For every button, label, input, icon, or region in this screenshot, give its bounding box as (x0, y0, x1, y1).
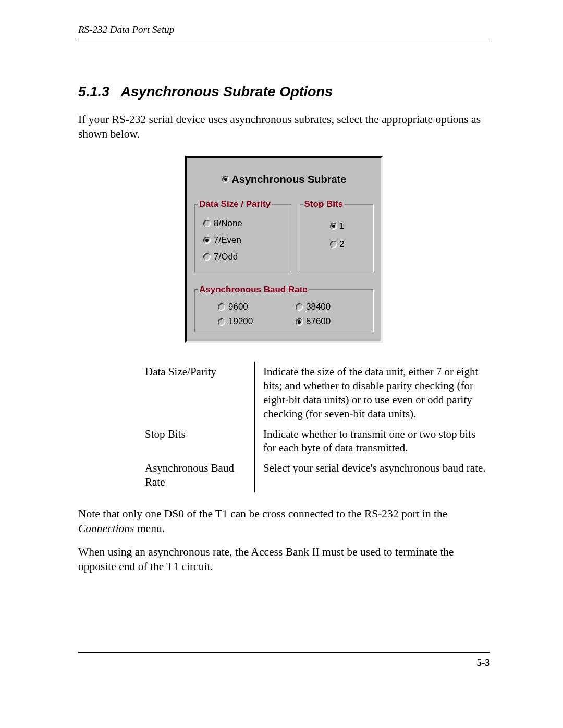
main-option-label: Asynchronous Subrate (231, 174, 346, 185)
option-7-odd[interactable]: 7/Odd (203, 250, 287, 265)
async-subrate-dialog: Asynchronous Subrate Data Size / Parity … (185, 156, 383, 343)
def-term-data-size: Data Size/Parity (145, 362, 254, 424)
note-italic: Connections (78, 522, 134, 535)
label-baud-19200: 19200 (228, 317, 253, 327)
option-stop-1[interactable]: 1 (330, 219, 344, 234)
radio-7-even[interactable] (203, 237, 211, 244)
page-footer: 5-3 (78, 657, 490, 669)
legend-stop-bits: Stop Bits (303, 199, 345, 209)
def-desc-data-size: Indicate the size of the data unit, eith… (254, 362, 490, 424)
running-head: RS-232 Data Port Setup (78, 24, 174, 35)
label-7-odd: 7/Odd (214, 250, 238, 265)
section-heading: 5.1.3 Asynchronous Subrate Options (78, 84, 490, 100)
baud-options-grid: 9600 38400 19200 57600 (200, 300, 369, 327)
upper-groups-row: Data Size / Parity 8/None 7/Even 7/Odd (194, 199, 374, 272)
label-baud-38400: 38400 (306, 302, 331, 312)
option-baud-9600[interactable]: 9600 (218, 302, 248, 312)
footer-rule (78, 652, 490, 653)
radio-baud-19200[interactable] (218, 318, 225, 326)
label-baud-57600: 57600 (306, 317, 331, 327)
dialog-container: Asynchronous Subrate Data Size / Parity … (78, 156, 490, 343)
def-term-baud: Asynchronous Baud Rate (145, 458, 254, 492)
section-title: Asynchronous Subrate Options (121, 84, 333, 100)
group-stop-bits: Stop Bits 1 2 (300, 199, 374, 272)
note-pre: Note that only one DS0 of the T1 can be … (78, 508, 447, 520)
intro-paragraph: If your RS-232 serial device uses asynch… (78, 113, 490, 141)
radio-8-none[interactable] (203, 220, 211, 227)
label-stop-2: 2 (339, 237, 344, 252)
option-baud-57600[interactable]: 57600 (296, 317, 331, 327)
option-8-none[interactable]: 8/None (203, 216, 287, 231)
section-number: 5.1.3 (78, 84, 109, 100)
group-data-size-parity: Data Size / Parity 8/None 7/Even 7/Odd (194, 199, 291, 272)
radio-baud-57600[interactable] (296, 318, 303, 326)
def-desc-baud: Select your serial device's asynchronous… (254, 458, 490, 492)
radio-baud-38400[interactable] (296, 303, 303, 311)
closing-paragraph: When using an asynchronous rate, the Acc… (78, 545, 490, 574)
radio-7-odd[interactable] (203, 253, 211, 261)
legend-baud-rate: Asynchronous Baud Rate (198, 285, 309, 295)
legend-data-size-parity: Data Size / Parity (198, 199, 272, 209)
main-option-row: Asynchronous Subrate (194, 174, 374, 186)
label-baud-9600: 9600 (228, 302, 248, 312)
option-baud-19200[interactable]: 19200 (218, 317, 253, 327)
label-8-none: 8/None (214, 216, 242, 231)
radio-baud-9600[interactable] (218, 303, 225, 311)
radio-stop-2[interactable] (330, 241, 337, 248)
radio-async-subrate[interactable] (222, 176, 229, 183)
option-baud-38400[interactable]: 38400 (296, 302, 331, 312)
page-header: RS-232 Data Port Setup (78, 24, 490, 35)
option-stop-2[interactable]: 2 (330, 237, 344, 252)
group-baud-rate: Asynchronous Baud Rate 9600 38400 19200 (194, 285, 374, 332)
page: RS-232 Data Port Setup 5.1.3 Asynchronou… (0, 0, 563, 669)
note-paragraph: Note that only one DS0 of the T1 can be … (78, 507, 490, 536)
def-term-stop-bits: Stop Bits (145, 424, 254, 459)
def-desc-stop-bits: Indicate whether to transmit one or two … (254, 424, 490, 459)
stop-bits-options: 1 2 (305, 215, 369, 252)
option-7-even[interactable]: 7/Even (203, 233, 287, 248)
header-rule (78, 41, 490, 41)
label-7-even: 7/Even (214, 233, 241, 248)
definitions-table: Data Size/Parity Indicate the size of th… (145, 362, 490, 492)
label-stop-1: 1 (339, 219, 344, 234)
radio-stop-1[interactable] (330, 223, 337, 230)
note-post: menu. (134, 522, 165, 535)
page-number: 5-3 (477, 657, 490, 669)
